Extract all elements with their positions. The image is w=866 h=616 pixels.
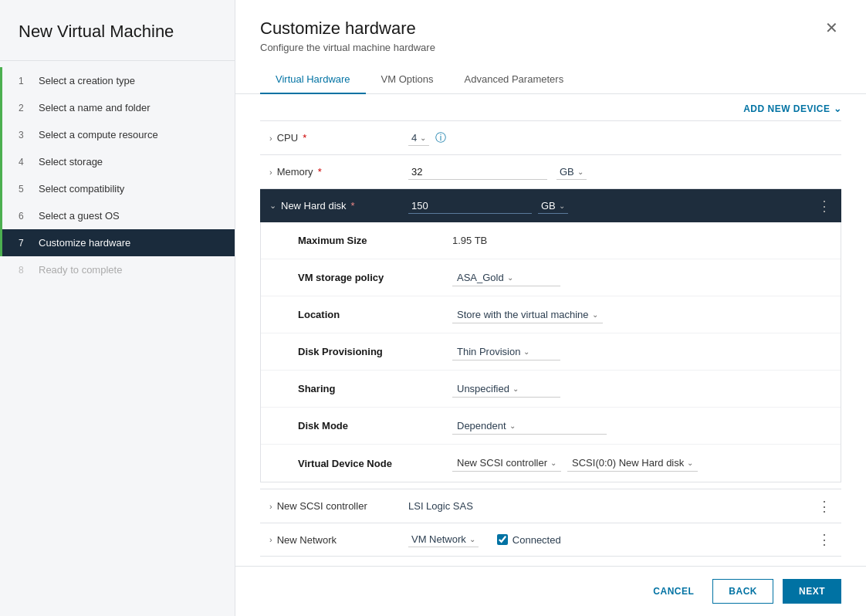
sharing-row: Sharing Unspecified ⌄ [261,371,841,408]
dialog-footer: CANCEL BACK NEXT [235,566,866,616]
cpu-value-group: 4 ⌄ ⓘ [408,130,832,146]
network-menu-icon[interactable]: ⋮ [817,531,832,548]
storage-policy-caret: ⌄ [507,273,513,282]
memory-label-group: › Memory * [269,166,408,178]
network-expand-icon[interactable]: › [269,535,272,544]
memory-label: Memory [277,166,313,178]
network-value-group: VM Network ⌄ Connected [408,532,817,547]
virt-device-value1: New SCSI controller [457,457,547,469]
title-row: Customize hardware ✕ [260,19,841,39]
back-button[interactable]: BACK [712,579,773,604]
step-num-5: 5 [19,184,31,195]
sidebar-step-8: 8 Ready to complete [0,256,235,283]
cpu-label-group: › CPU * [269,132,408,144]
disk-prov-row: Disk Provisioning Thin Provision ⌄ [261,333,841,371]
memory-row: › Memory * GB ⌄ [260,154,841,188]
disk-mode-dropdown[interactable]: Dependent ⌄ [452,418,607,435]
close-button[interactable]: ✕ [822,19,841,37]
step-num-1: 1 [19,76,31,86]
hard-disk-row: ⌄ New Hard disk * GB ⌄ ⋮ [260,188,841,222]
virt-device-dropdown-1[interactable]: New SCSI controller ⌄ [452,455,561,472]
sharing-dropdown[interactable]: Unspecified ⌄ [452,381,560,398]
next-button[interactable]: NEXT [783,579,841,604]
hard-disk-label-group: ⌄ New Hard disk * [269,200,408,212]
sharing-value: Unspecified [457,383,509,394]
sidebar-step-7[interactable]: 7 Customize hardware [0,229,235,256]
virt-device-dropdown-2[interactable]: SCSI(0:0) New Hard disk ⌄ [567,455,698,472]
scsi-value-group: LSI Logic SAS [408,500,817,512]
network-connected-checkbox[interactable] [497,534,508,545]
hard-disk-unit-caret: ⌄ [559,201,565,210]
step-label-6: Select a guest OS [39,210,120,222]
hard-disk-menu-icon[interactable]: ⋮ [817,198,832,215]
cpu-count-value: 4 [411,132,417,144]
hard-disk-expanded: Maximum Size 1.95 TB VM storage policy A… [260,222,841,482]
disk-prov-dropdown[interactable]: Thin Provision ⌄ [452,344,560,360]
step-num-7: 7 [19,238,31,249]
network-row: › New Network VM Network ⌄ Connected ⋮ [260,523,841,557]
memory-value-input[interactable] [408,164,547,180]
storage-policy-row: VM storage policy ASA_Gold ⌄ [261,259,841,296]
location-dropdown[interactable]: Store with the virtual machine ⌄ [452,306,603,323]
sidebar-step-1[interactable]: 1 Select a creation type [0,67,235,94]
tab-advanced-parameters[interactable]: Advanced Parameters [449,66,580,94]
sidebar-step-6[interactable]: 6 Select a guest OS [0,202,235,229]
scsi-expand-icon[interactable]: › [269,502,272,511]
step-num-4: 4 [19,157,31,168]
location-caret: ⌄ [592,310,598,319]
cpu-row: › CPU * 4 ⌄ ⓘ [260,120,841,154]
cpu-expand-icon[interactable]: › [269,134,272,143]
page-subtitle: Configure the virtual machine hardware [260,42,841,53]
network-value: VM Network [411,533,466,545]
sharing-caret: ⌄ [512,384,519,393]
sidebar-step-3[interactable]: 3 Select a compute resource [0,121,235,148]
sidebar-step-2[interactable]: 2 Select a name and folder [0,94,235,121]
cancel-button[interactable]: CANCEL [644,579,703,604]
location-row: Location Store with the virtual machine … [261,296,841,333]
virt-device-value-group: New SCSI controller ⌄ SCSI(0:0) New Hard… [452,455,698,472]
hard-disk-size-input[interactable] [408,198,532,214]
network-name-dropdown[interactable]: VM Network ⌄ [408,532,479,547]
virt-device-row: Virtual Device Node New SCSI controller … [261,445,841,482]
cpu-count-dropdown[interactable]: 4 ⌄ [408,130,429,146]
memory-unit-caret: ⌄ [577,168,584,176]
sidebar-step-5[interactable]: 5 Select compatibility [0,175,235,202]
virt-device-label: Virtual Device Node [298,458,452,469]
step-label-2: Select a name and folder [39,102,151,113]
tab-vm-options[interactable]: VM Options [366,66,449,94]
memory-required-mark: * [318,166,322,178]
hard-disk-unit-dropdown[interactable]: GB ⌄ [538,198,568,214]
step-num-6: 6 [19,211,31,222]
hard-disk-required-mark: * [351,200,355,212]
hard-disk-unit-value: GB [541,200,556,212]
tab-virtual-hardware[interactable]: Virtual Hardware [260,66,366,94]
memory-unit-value: GB [560,166,574,178]
network-connected-label: Connected [512,534,561,546]
scsi-value: LSI Logic SAS [408,500,473,512]
add-new-device-button[interactable]: ADD NEW DEVICE ⌄ [743,103,841,114]
network-connected-group: Connected [497,534,561,546]
new-vm-dialog: New Virtual Machine 1 Select a creation … [0,0,866,616]
disk-mode-row: Disk Mode Dependent ⌄ [261,408,841,445]
hard-disk-expand-icon[interactable]: ⌄ [269,201,276,211]
disk-prov-label: Disk Provisioning [298,346,452,357]
step-label-4: Select storage [39,156,103,168]
sidebar: New Virtual Machine 1 Select a creation … [0,0,235,616]
scsi-label: New SCSI controller [277,500,367,512]
sidebar-step-4[interactable]: 4 Select storage [0,148,235,175]
scsi-end: ⋮ [817,498,832,515]
add-device-label: ADD NEW DEVICE [743,103,830,114]
memory-expand-icon[interactable]: › [269,168,272,177]
chevron-down-icon: ⌄ [834,103,842,114]
step-label-8: Ready to complete [39,264,122,276]
memory-unit-dropdown[interactable]: GB ⌄ [556,164,587,180]
storage-policy-dropdown[interactable]: ASA_Gold ⌄ [452,269,560,286]
disk-mode-label: Disk Mode [298,420,452,432]
cpu-required-mark: * [303,132,306,144]
storage-policy-label: VM storage policy [298,272,452,283]
cpu-info-icon[interactable]: ⓘ [435,131,446,145]
scsi-menu-icon[interactable]: ⋮ [817,498,832,515]
network-label-group: › New Network [269,534,408,546]
scsi-row: › New SCSI controller LSI Logic SAS ⋮ [260,489,841,523]
cpu-dropdown-caret: ⌄ [420,134,426,142]
